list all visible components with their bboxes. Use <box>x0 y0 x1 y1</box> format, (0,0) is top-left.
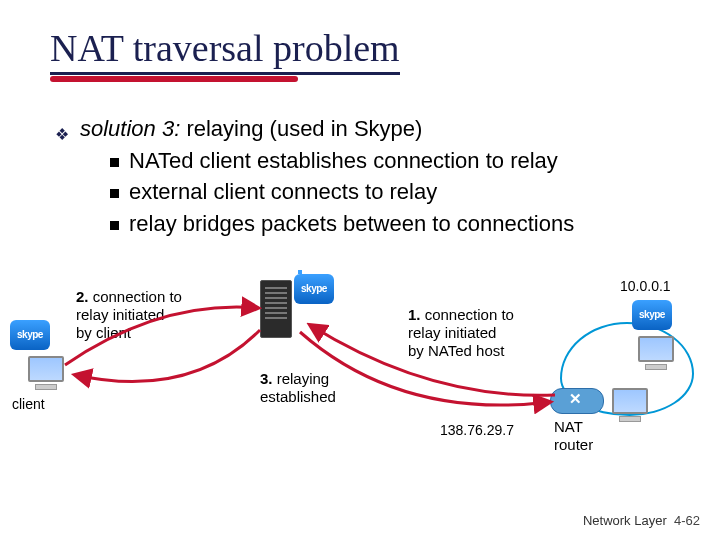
sub-bullet-1-text: NATed client establishes connection to r… <box>129 148 558 173</box>
client-pc-icon <box>28 356 64 386</box>
slide-footer: Network Layer 4-62 <box>583 513 700 528</box>
bullet-lead: solution 3: relaying (used in Skype) <box>80 115 670 143</box>
step-3-label: 3. relaying established <box>260 370 380 406</box>
square-bullet-icon <box>110 221 119 230</box>
sub-bullet-2: external client connects to relay <box>110 178 670 206</box>
relay-server-icon <box>260 280 292 338</box>
body-text: solution 3: relaying (used in Skype) NAT… <box>50 115 670 241</box>
footer-page: 4-62 <box>674 513 700 528</box>
step-1-text: connection to relay initiated by NATed h… <box>408 306 514 359</box>
title-marker-underline <box>50 76 298 82</box>
nat-router-icon <box>550 388 604 414</box>
nat-router-label: NAT router <box>554 418 593 454</box>
step-1-num: 1. <box>408 306 421 323</box>
step-1-label: 1. connection to relay initiated by NATe… <box>408 306 548 360</box>
skype-icon: skype <box>10 320 50 350</box>
bullet-lead-italic: solution 3: <box>80 116 180 141</box>
ip-lan-label: 10.0.0.1 <box>620 278 671 295</box>
lan-pc-icon <box>612 388 648 418</box>
client-label: client <box>12 396 45 413</box>
sub-bullet-1: NATed client establishes connection to r… <box>110 147 670 175</box>
sub-bullet-3: relay bridges packets between to connect… <box>110 210 670 238</box>
diagram-area: skype client skype skype 2. connection t… <box>10 270 710 510</box>
step-2-num: 2. <box>76 288 89 305</box>
ip-wan-label: 138.76.29.7 <box>440 422 514 439</box>
step-2-text: connection to relay initiated by client <box>76 288 182 341</box>
footer-section: Network Layer <box>583 513 667 528</box>
skype-icon: skype <box>294 274 334 304</box>
bullet-lead-rest: relaying (used in Skype) <box>180 116 422 141</box>
sub-bullet-3-text: relay bridges packets between to connect… <box>129 211 574 236</box>
square-bullet-icon <box>110 158 119 167</box>
skype-icon: skype <box>632 300 672 330</box>
slide: NAT traversal problem ❖ solution 3: rela… <box>0 0 720 540</box>
sub-bullet-2-text: external client connects to relay <box>129 179 437 204</box>
step-3-num: 3. <box>260 370 273 387</box>
step-2-label: 2. connection to relay initiated by clie… <box>76 288 216 342</box>
nated-host-pc-icon <box>638 336 674 366</box>
square-bullet-icon <box>110 189 119 198</box>
slide-title: NAT traversal problem <box>50 26 400 75</box>
